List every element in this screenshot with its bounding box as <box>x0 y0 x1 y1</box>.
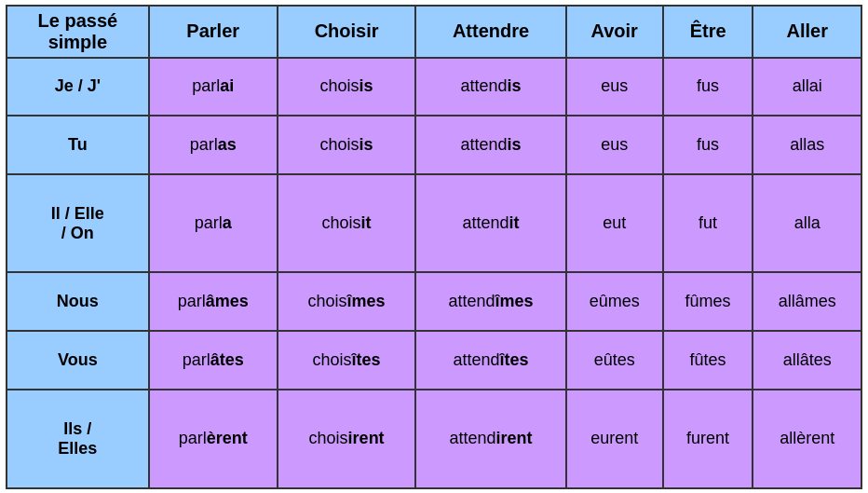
cell-parler: parlâmes <box>149 272 278 331</box>
cell-avoir: eûtes <box>566 331 663 390</box>
subject-cell: Tu <box>7 116 149 174</box>
cell-choisir: choisîtes <box>278 331 416 390</box>
cell-aller: allai <box>753 58 861 116</box>
cell-parler: parlèrent <box>149 390 278 487</box>
header-subject: Le passésimple <box>7 6 149 58</box>
cell-attendre: attendirent <box>415 390 565 487</box>
cell-aller: allas <box>753 116 861 174</box>
cell-avoir: eurent <box>566 390 663 487</box>
cell-choisir: choisit <box>278 174 416 272</box>
header-etre: Être <box>663 6 753 58</box>
cell-avoir: eûmes <box>566 272 663 331</box>
cell-attendre: attendis <box>415 58 565 116</box>
header-attendre: Attendre <box>415 6 565 58</box>
cell-etre: fûmes <box>663 272 753 331</box>
cell-etre: fus <box>663 58 753 116</box>
cell-avoir: eus <box>566 58 663 116</box>
header-aller: Aller <box>753 6 861 58</box>
cell-etre: fûtes <box>663 331 753 390</box>
cell-aller: allâtes <box>753 331 861 390</box>
cell-choisir: choisirent <box>278 390 416 487</box>
cell-parler: parlas <box>149 116 278 174</box>
subject-cell: Nous <box>7 272 149 331</box>
header-avoir: Avoir <box>566 6 663 58</box>
header-parler: Parler <box>149 6 278 58</box>
subject-cell: Vous <box>7 331 149 390</box>
cell-avoir: eus <box>566 116 663 174</box>
cell-avoir: eut <box>566 174 663 272</box>
cell-attendre: attendis <box>415 116 565 174</box>
cell-attendre: attendîtes <box>415 331 565 390</box>
cell-parler: parlâtes <box>149 331 278 390</box>
subject-cell: Je / J' <box>7 58 149 116</box>
cell-aller: alla <box>753 174 861 272</box>
cell-aller: allâmes <box>753 272 861 331</box>
cell-aller: allèrent <box>753 390 861 487</box>
cell-choisir: choisîmes <box>278 272 416 331</box>
cell-etre: fus <box>663 116 753 174</box>
cell-parler: parlai <box>149 58 278 116</box>
cell-attendre: attendit <box>415 174 565 272</box>
subject-cell: Il / Elle/ On <box>7 174 149 272</box>
cell-choisir: choisis <box>278 116 416 174</box>
subject-cell: Ils /Elles <box>7 390 149 487</box>
cell-etre: furent <box>663 390 753 487</box>
cell-parler: parla <box>149 174 278 272</box>
header-choisir: Choisir <box>278 6 416 58</box>
cell-attendre: attendîmes <box>415 272 565 331</box>
cell-etre: fut <box>663 174 753 272</box>
cell-choisir: choisis <box>278 58 416 116</box>
